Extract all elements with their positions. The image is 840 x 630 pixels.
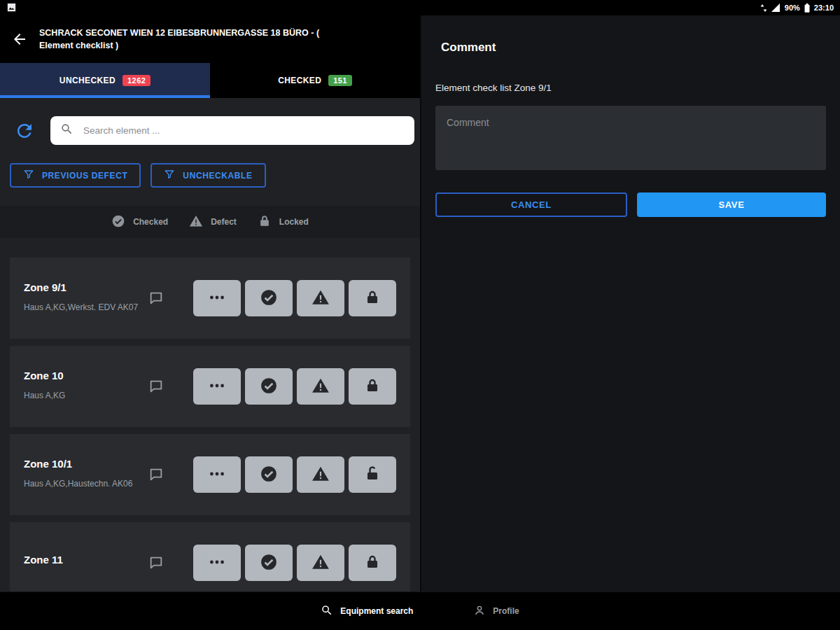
gallery-icon (6, 2, 17, 14)
zone-actions (193, 456, 396, 493)
more-button[interactable] (193, 456, 241, 493)
search-icon (60, 122, 74, 139)
search-icon (321, 604, 333, 619)
defect-icon (189, 214, 203, 230)
uncheckable-filter-button[interactable]: UNCHECKABLE (150, 163, 265, 188)
comment-panel-title: Comment (421, 15, 840, 55)
legend-defect: Defect (189, 214, 237, 230)
zone-info: Zone 11 (24, 554, 144, 573)
network-arrows-icon (760, 4, 767, 12)
comment-panel-subtitle: Element check list Zone 9/1 (421, 55, 840, 93)
zone-info: Zone 10 Haus A,KG (24, 370, 144, 403)
nav-profile[interactable]: Profile (469, 603, 523, 620)
previous-defect-filter-button[interactable]: PREVIOUS DEFECT (10, 163, 141, 188)
legend-locked: Locked (258, 214, 309, 230)
comment-textarea[interactable] (435, 106, 826, 170)
element-checklist-panel: SCHRACK SECONET WIEN 12 EIBESBRUNNERGASS… (0, 15, 420, 592)
save-button[interactable]: SAVE (637, 192, 826, 217)
app-screen: 90% 23:10 SCHRACK SECONET WIEN 12 EIBESB… (0, 0, 840, 630)
check-circle-icon (260, 553, 278, 573)
check-button[interactable] (245, 280, 293, 316)
zone-name: Zone 9/1 (24, 281, 144, 293)
warning-triangle-icon (312, 288, 330, 309)
page-title: SCHRACK SECONET WIEN 12 EIBESBRUNNERGASS… (39, 27, 319, 52)
main-split: SCHRACK SECONET WIEN 12 EIBESBRUNNERGASS… (0, 15, 840, 592)
ellipsis-icon (208, 377, 226, 397)
battery-percent-label: 90% (785, 4, 800, 12)
zone-info: Zone 10/1 Haus A,KG,Haustechn. AK06 (24, 458, 144, 491)
check-button[interactable] (245, 545, 293, 581)
comment-icon[interactable] (148, 290, 164, 306)
cancel-button[interactable]: CANCEL (435, 192, 627, 217)
legend-locked-label: Locked (279, 217, 309, 227)
nav-profile-label: Profile (493, 606, 519, 616)
comment-actions: CANCEL SAVE (435, 192, 826, 217)
check-button[interactable] (245, 368, 293, 405)
search-box (50, 116, 414, 145)
previous-defect-filter-label: PREVIOUS DEFECT (42, 171, 127, 181)
tab-checked[interactable]: CHECKED 151 (210, 63, 420, 98)
zone-subtitle: Haus A,KG,Werkst. EDV AK07 (24, 300, 144, 315)
page-title-line1: SCHRACK SECONET WIEN 12 EIBESBRUNNERGASS… (39, 27, 319, 39)
legend-defect-label: Defect (211, 217, 237, 227)
comment-icon[interactable] (148, 555, 164, 570)
comment-icon[interactable] (148, 379, 164, 394)
more-button[interactable] (193, 545, 241, 581)
defect-button[interactable] (297, 280, 344, 316)
padlock-icon (364, 377, 381, 396)
defect-button[interactable] (297, 368, 344, 405)
more-button[interactable] (193, 368, 241, 405)
warning-triangle-icon (312, 465, 330, 485)
lock-button[interactable] (349, 545, 396, 581)
page-title-line2: Element checklist ) (39, 39, 319, 52)
check-circle-icon (260, 465, 278, 485)
ellipsis-icon (208, 553, 226, 573)
status-bar: 90% 23:10 (0, 0, 840, 15)
zone-card: Zone 9/1 Haus A,KG,Werkst. EDV AK07 (10, 258, 410, 339)
cell-signal-icon (771, 4, 780, 12)
lock-button[interactable] (349, 368, 396, 405)
clock-label: 23:10 (814, 4, 834, 12)
more-button[interactable] (193, 280, 241, 316)
zone-name: Zone 10 (24, 370, 144, 382)
refresh-button[interactable] (14, 120, 35, 141)
legend-checked-label: Checked (133, 217, 168, 227)
check-circle-icon (260, 377, 278, 397)
search-input[interactable] (82, 125, 405, 136)
zone-name: Zone 11 (24, 554, 144, 566)
zone-subtitle: Haus A,KG (24, 388, 144, 403)
defect-button[interactable] (297, 545, 344, 581)
zone-card: Zone 11 (10, 522, 410, 592)
check-circle-icon (260, 288, 278, 309)
status-legend: Checked Defect Locked (0, 206, 420, 238)
tab-checked-label: CHECKED (278, 76, 321, 85)
warning-triangle-icon (312, 553, 330, 573)
bottom-nav: Equipment search Profile (0, 592, 840, 630)
legend-checked: Checked (111, 214, 168, 230)
lock-button[interactable] (349, 456, 396, 493)
comment-icon[interactable] (148, 467, 164, 482)
zone-actions (193, 280, 396, 316)
tab-unchecked[interactable]: UNCHECKED 1262 (0, 63, 210, 98)
nav-equipment-search-label: Equipment search (340, 606, 413, 616)
warning-triangle-icon (312, 377, 330, 397)
filter-icon (164, 169, 175, 182)
zone-card: Zone 10 Haus A,KG (10, 346, 410, 427)
zone-name: Zone 10/1 (24, 458, 144, 470)
defect-button[interactable] (297, 456, 344, 493)
person-icon (473, 604, 486, 619)
tab-bar: UNCHECKED 1262 CHECKED 151 (0, 63, 420, 98)
zone-list: Zone 9/1 Haus A,KG,Werkst. EDV AK07 (0, 238, 420, 592)
lock-button[interactable] (349, 280, 396, 316)
nav-equipment-search[interactable]: Equipment search (316, 603, 417, 620)
zone-subtitle: Haus A,KG,Haustechn. AK06 (24, 477, 144, 491)
zone-info: Zone 9/1 Haus A,KG,Werkst. EDV AK07 (24, 281, 144, 315)
padlock-icon (364, 554, 381, 573)
ellipsis-icon (208, 288, 226, 309)
zone-actions (193, 368, 396, 405)
search-row (0, 98, 420, 145)
battery-icon (804, 4, 810, 13)
zone-actions (193, 545, 396, 581)
back-button[interactable] (11, 31, 28, 48)
check-button[interactable] (245, 456, 293, 493)
